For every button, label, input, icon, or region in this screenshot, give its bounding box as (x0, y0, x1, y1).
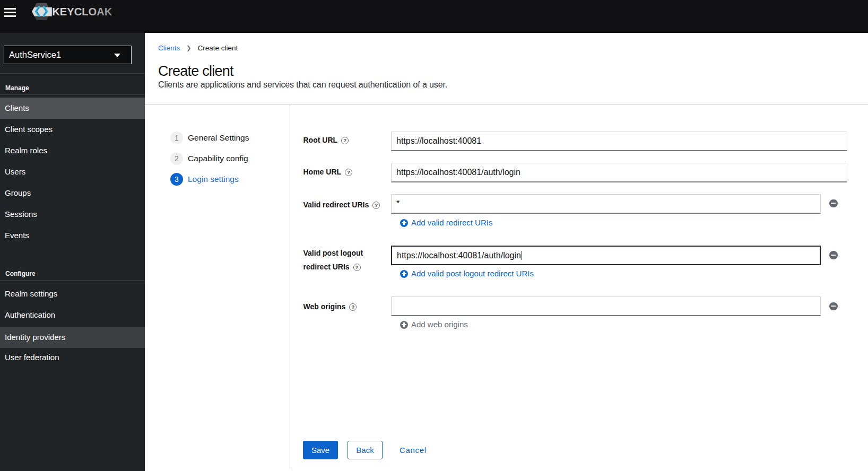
svg-text:KEYCLOAK: KEYCLOAK (52, 6, 112, 18)
